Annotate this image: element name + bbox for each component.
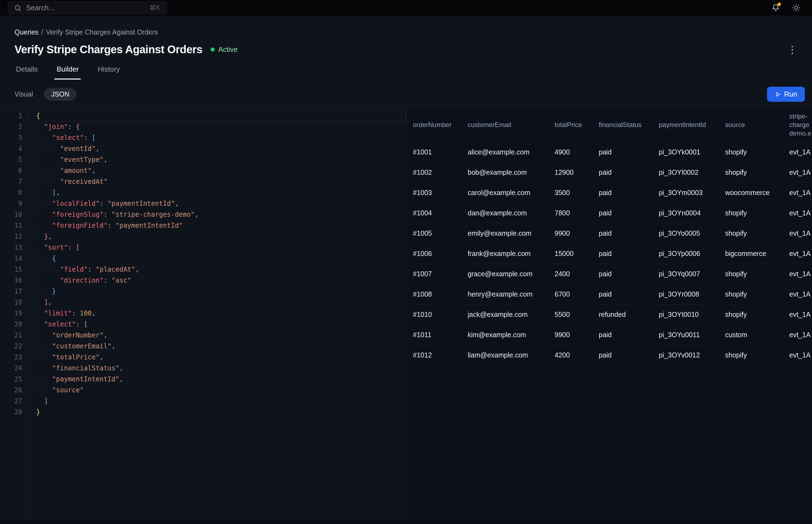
code-line: "eventId", (29, 143, 406, 154)
search-shortcut: ⌘K (149, 4, 160, 12)
code-line: "totalPrice", (29, 352, 406, 363)
table-cell: pi_3OYt0010 (659, 304, 725, 325)
table-cell: paid (599, 264, 659, 284)
code-line: ], (29, 297, 406, 308)
editor-gutter: 1234567891011121314151617181920212223242… (0, 110, 29, 520)
line-number: 21 (0, 330, 28, 341)
table-cell: shopify (725, 162, 789, 182)
line-number: 12 (0, 231, 28, 242)
top-bar: Search... ⌘K (0, 0, 812, 16)
line-number: 2 (0, 121, 28, 132)
table-cell: 7800 (555, 203, 599, 223)
horizontal-scrollbar[interactable] (0, 520, 812, 524)
line-number: 19 (0, 308, 28, 319)
code-line: "source" (29, 384, 406, 396)
table-cell: paid (599, 223, 659, 243)
table-cell: paid (599, 142, 659, 162)
table-cell: paid (599, 182, 659, 203)
line-number: 1 (0, 110, 28, 121)
table-cell: pi_3OYu0011 (659, 325, 725, 345)
line-number: 17 (0, 286, 28, 297)
json-mode-button[interactable]: JSON (44, 88, 77, 101)
breadcrumb-root[interactable]: Queries (15, 28, 39, 36)
table-cell: evt_1A (789, 142, 812, 162)
column-header: paymentIntentId (659, 108, 725, 142)
table-row: #1011kim@example.com9900paidpi_3OYu0011c… (413, 325, 812, 345)
table-row: #1005emily@example.com9900paidpi_3OYo000… (413, 223, 812, 243)
line-number: 5 (0, 154, 28, 165)
table-header-row: orderNumbercustomerEmailtotalPricefinanc… (413, 108, 812, 142)
visual-mode-button[interactable]: Visual (15, 88, 33, 101)
code-line: ], (29, 187, 406, 198)
editor-code[interactable]: { "join": { "select": [ "eventId", "even… (29, 110, 406, 520)
run-button[interactable]: Run (767, 87, 805, 102)
table-row: #1006frank@example.com15000paidpi_3OYp00… (413, 243, 812, 264)
table-cell: evt_1A (789, 243, 812, 264)
code-line: { (29, 253, 406, 264)
search-placeholder: Search... (26, 3, 54, 12)
column-header: customerEmail (468, 108, 555, 142)
table-cell: paid (599, 162, 659, 182)
notification-dot (777, 2, 781, 6)
code-line: "select": [ (29, 132, 406, 143)
table-row: #1001alice@example.com4900paidpi_3OYk000… (413, 142, 812, 162)
search-input[interactable]: Search... ⌘K (8, 1, 167, 14)
table-cell: #1001 (413, 142, 468, 162)
table-row: #1008henry@example.com6700paidpi_3OYr000… (413, 284, 812, 304)
table-cell: #1007 (413, 264, 468, 284)
code-line: } (29, 286, 406, 297)
table-row: #1002bob@example.com12900paidpi_3OYl0002… (413, 162, 812, 182)
theme-toggle-button[interactable] (792, 3, 800, 12)
app-root: Search... ⌘K (0, 0, 812, 524)
code-line: ] (29, 396, 406, 407)
builder-toolbar: Visual JSON Run (0, 87, 812, 108)
table-cell: evt_1A (789, 304, 812, 325)
table-cell: bob@example.com (468, 162, 555, 182)
table-cell: 9900 (555, 223, 599, 243)
table-cell: paid (599, 325, 659, 345)
tab-history[interactable]: History (96, 65, 122, 80)
notifications-button[interactable] (772, 3, 780, 12)
tab-details[interactable]: Details (14, 65, 40, 80)
code-line: } (29, 407, 406, 417)
line-number: 27 (0, 396, 28, 407)
table-cell: paid (599, 345, 659, 365)
line-number: 26 (0, 384, 28, 396)
line-number: 7 (0, 176, 28, 187)
column-header: stripe- charge demo.e (789, 108, 812, 142)
table-cell: #1006 (413, 243, 468, 264)
line-number: 8 (0, 187, 28, 198)
line-number: 14 (0, 253, 28, 264)
table-cell: evt_1A (789, 325, 812, 345)
table-row: #1007grace@example.com2400paidpi_3OYq000… (413, 264, 812, 284)
table-cell: evt_1A (789, 264, 812, 284)
status-label: Active (218, 45, 238, 54)
table-cell: paid (599, 203, 659, 223)
json-editor[interactable]: 1234567891011121314151617181920212223242… (0, 108, 407, 520)
code-line: { (29, 110, 406, 121)
line-number: 16 (0, 275, 28, 286)
table-cell: custom (725, 325, 789, 345)
title-row: Verify Stripe Charges Against Orders Act… (15, 43, 799, 56)
table-cell: paid (599, 284, 659, 304)
breadcrumb-current: Verify Stripe Charges Against Orders (46, 28, 158, 36)
table-cell: 5500 (555, 304, 599, 325)
table-cell: grace@example.com (468, 264, 555, 284)
table-cell: shopify (725, 284, 789, 304)
table-cell: evt_1A (789, 162, 812, 182)
table-cell: pi_3OYp0006 (659, 243, 725, 264)
table-row: #1010jack@example.com5500refundedpi_3OYt… (413, 304, 812, 325)
table-cell: #1010 (413, 304, 468, 325)
line-number: 20 (0, 319, 28, 330)
builder-content: 1234567891011121314151617181920212223242… (0, 108, 812, 520)
table-cell: #1003 (413, 182, 468, 203)
table-cell: shopify (725, 345, 789, 365)
column-header: orderNumber (413, 108, 468, 142)
table-cell: frank@example.com (468, 243, 555, 264)
tab-builder[interactable]: Builder (54, 65, 81, 80)
table-body: #1001alice@example.com4900paidpi_3OYk000… (413, 142, 812, 365)
kebab-menu-button[interactable]: ⋮ (786, 45, 799, 54)
column-header: source (725, 108, 789, 142)
table-row: #1004dan@example.com7800paidpi_3OYn0004s… (413, 203, 812, 223)
line-number: 10 (0, 209, 28, 220)
